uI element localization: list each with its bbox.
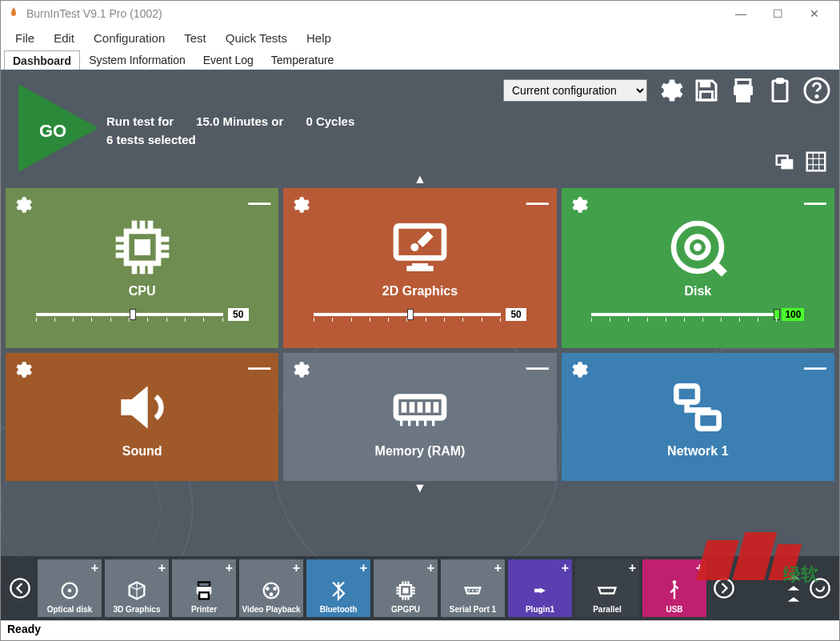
inactive-usb[interactable]: +USB <box>642 559 706 617</box>
tab-system-information[interactable]: System Information <box>80 50 194 70</box>
tile-settings-icon[interactable] <box>12 359 33 380</box>
clipboard-icon[interactable] <box>766 76 794 105</box>
add-icon[interactable]: + <box>562 561 569 575</box>
tab-event-log[interactable]: Event Log <box>194 50 262 70</box>
menu-file[interactable]: File <box>7 28 42 48</box>
add-icon[interactable]: + <box>696 561 703 575</box>
menubar: File Edit Configuration Test Quick Tests… <box>1 26 839 49</box>
tile-2d-graphics[interactable]: — 2D Graphics 50 <box>283 188 556 348</box>
svg-point-68 <box>476 590 478 591</box>
serial-icon <box>462 579 484 602</box>
tile-remove-icon[interactable]: — <box>248 361 270 374</box>
add-icon[interactable]: + <box>629 561 636 575</box>
tab-dashboard[interactable]: Dashboard <box>4 50 80 70</box>
tile-remove-icon[interactable]: — <box>804 196 826 209</box>
add-icon[interactable]: + <box>91 561 98 575</box>
tile-cpu[interactable]: — CPU 50 <box>6 188 278 348</box>
film-icon <box>260 579 282 602</box>
tile-settings-icon[interactable] <box>12 194 33 215</box>
menu-help[interactable]: Help <box>298 28 339 48</box>
save-icon[interactable] <box>692 76 721 105</box>
add-icon[interactable]: + <box>226 561 233 575</box>
tiles-area-row2: — Sound — Memory (RAM) — Network 1 <box>1 353 839 481</box>
grid-view-icon[interactable] <box>804 150 828 174</box>
add-icon[interactable]: + <box>293 561 300 575</box>
inactive-plugin[interactable]: +Plugin1 <box>508 559 572 617</box>
tile-view-icon[interactable] <box>774 150 798 174</box>
tile-disk[interactable]: — Disk 100 <box>562 188 834 348</box>
tile-network[interactable]: — Network 1 <box>562 353 834 481</box>
tile-label: Network 1 <box>667 444 728 459</box>
svg-point-64 <box>273 587 277 591</box>
tile-settings-icon[interactable] <box>568 194 589 215</box>
tile-remove-icon[interactable]: — <box>526 361 549 374</box>
run-for-label: Run test for <box>106 114 174 128</box>
strip-prev-button[interactable] <box>6 564 34 612</box>
inactive-parallel[interactable]: +Parallel <box>575 559 639 617</box>
tab-temperature[interactable]: Temperature <box>262 50 343 70</box>
maximize-button[interactable]: ☐ <box>759 1 796 26</box>
menu-quick-tests[interactable]: Quick Tests <box>218 28 295 48</box>
tile-slider[interactable]: 50 <box>36 308 249 321</box>
bluetooth-icon <box>327 579 350 602</box>
menu-test[interactable]: Test <box>176 28 214 48</box>
toolbar: Current configuration <box>503 76 831 105</box>
inactive-printer[interactable]: +Printer <box>172 559 236 617</box>
close-button[interactable]: ✕ <box>796 1 833 26</box>
strip-next-button[interactable] <box>710 564 738 612</box>
tile-label: 2D Graphics <box>382 284 458 298</box>
add-icon[interactable]: + <box>494 561 502 575</box>
tile-label: CPU <box>129 284 156 298</box>
dashboard-panel: GO Run test for 15.0 Minutes or 0 Cycles… <box>1 70 839 620</box>
inactive-serial-port[interactable]: +Serial Port 1 <box>441 559 505 617</box>
minimize-button[interactable]: — <box>722 1 759 26</box>
run-info: Run test for 15.0 Minutes or 0 Cycles 6 … <box>106 114 354 146</box>
disc-icon <box>58 579 81 602</box>
inactive-gpgpu[interactable]: +GPGPU <box>374 559 438 617</box>
print-icon[interactable] <box>729 76 758 105</box>
strip-reset-button[interactable] <box>806 574 834 603</box>
strip-expand-button[interactable] <box>785 571 802 605</box>
add-icon[interactable]: + <box>158 561 166 575</box>
parallel-icon <box>596 579 618 602</box>
chip-icon <box>394 579 417 602</box>
window-title: BurnInTest V9.1 Pro (1002) <box>26 7 722 20</box>
app-icon <box>7 7 20 20</box>
slider-value: 50 <box>506 308 526 321</box>
tile-memory[interactable]: — Memory (RAM) <box>283 353 556 481</box>
scroll-up-icon[interactable]: ▲ <box>1 170 839 188</box>
tabbar: Dashboard System Information Event Log T… <box>1 49 839 70</box>
help-icon[interactable] <box>802 76 831 105</box>
tile-settings-icon[interactable] <box>568 359 589 380</box>
menu-edit[interactable]: Edit <box>46 28 82 48</box>
add-icon[interactable]: + <box>427 561 434 575</box>
inactive-video-playback[interactable]: +Video Playback <box>239 559 303 617</box>
tile-remove-icon[interactable]: — <box>804 361 826 374</box>
inactive-3d-graphics[interactable]: +3D Graphics <box>105 559 169 617</box>
inactive-bluetooth[interactable]: +Bluetooth <box>306 559 370 617</box>
plug-icon <box>529 579 551 602</box>
svg-point-65 <box>270 592 274 596</box>
tile-settings-icon[interactable] <box>290 194 310 215</box>
svg-point-71 <box>810 579 829 597</box>
statusbar: Ready <box>1 620 839 639</box>
tile-slider[interactable]: 100 <box>591 308 804 321</box>
tile-slider[interactable]: 50 <box>314 308 526 321</box>
cpu-icon <box>110 215 174 279</box>
tile-sound[interactable]: — Sound <box>6 353 278 481</box>
scroll-down-icon[interactable]: ▼ <box>1 479 839 497</box>
svg-point-59 <box>10 579 29 597</box>
run-minutes: 15.0 Minutes or <box>196 114 283 128</box>
menu-configuration[interactable]: Configuration <box>86 28 173 48</box>
add-icon[interactable]: + <box>360 561 367 575</box>
network-icon <box>666 375 730 439</box>
tile-settings-icon[interactable] <box>290 359 310 380</box>
tile-remove-icon[interactable]: — <box>248 196 270 209</box>
tile-remove-icon[interactable]: — <box>526 196 549 209</box>
svg-point-61 <box>68 589 72 593</box>
settings-icon[interactable] <box>655 76 684 105</box>
go-button[interactable]: GO <box>10 76 98 164</box>
config-select[interactable]: Current configuration <box>503 79 647 102</box>
slider-value: 50 <box>228 308 249 321</box>
inactive-optical-disk[interactable]: +Optical disk <box>38 559 102 617</box>
